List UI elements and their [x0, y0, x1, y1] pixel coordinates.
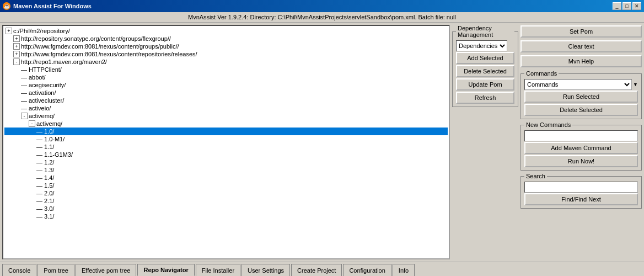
right-panel: Set Pom Clear text Mvn Help Commands Com… — [520, 25, 642, 259]
tree-item[interactable]: +http://www.fgmdev.com:8081/nexus/conten… — [4, 50, 448, 58]
commands-dropdown[interactable]: Commands — [524, 79, 632, 90]
tree-item[interactable]: —1.3/ — [4, 166, 448, 174]
tree-item[interactable]: +http://repository.sonatype.org/content/… — [4, 35, 448, 43]
tab-effective-pom-tree[interactable]: Effective pom tree — [76, 264, 136, 276]
tree-item-label: activecluster/ — [29, 97, 64, 104]
tree-spacer: — — [21, 89, 28, 96]
tree-item-label: activemq/ — [29, 113, 55, 119]
tab-console[interactable]: Console — [2, 264, 36, 276]
tree-item[interactable]: —1.2/ — [4, 158, 448, 166]
update-pom-button[interactable]: Update Pom — [456, 78, 514, 91]
tree-item-label: 1.0-M1/ — [44, 136, 65, 142]
tree-item[interactable]: —1.1-G1M3/ — [4, 151, 448, 158]
tree-item[interactable]: —1.1/ — [4, 143, 448, 151]
run-now-button[interactable]: Run Now! — [524, 155, 638, 167]
tree-item-label: activeio/ — [29, 105, 51, 112]
tree-item[interactable]: —3.1/ — [4, 213, 448, 220]
search-group: Search Find/Find Next — [520, 173, 642, 209]
tree-item-label: http://repo1.maven.org/maven2/ — [21, 59, 107, 65]
tab-create-project[interactable]: Create Project — [291, 264, 342, 276]
tree-item-label: 3.0/ — [44, 205, 54, 212]
clear-text-button[interactable]: Clear text — [520, 40, 642, 52]
tree-item[interactable]: +http://www.fgmdev.com:8081/nexus/conten… — [4, 43, 448, 50]
new-commands-group: New Commands Add Maven Command Run Now! — [520, 121, 642, 171]
window-title: Maven Assist For Windows — [13, 3, 92, 9]
delete-selected-button[interactable]: Delete Selected — [456, 65, 514, 77]
set-pom-button[interactable]: Set Pom — [520, 25, 642, 38]
tab-pom-tree[interactable]: Pom tree — [37, 264, 74, 276]
tree-item-label: 1.2/ — [44, 159, 54, 166]
tree-expander[interactable]: + — [13, 51, 20, 57]
tree-panel: +c:/Phil/m2/repository/+http://repositor… — [2, 25, 450, 259]
main-container: MvnAssist Ver 1.9.2.4: Directory: C:\Phi… — [0, 12, 644, 276]
tree-item-label: 1.4/ — [44, 174, 54, 181]
tree-spacer: — — [36, 174, 43, 181]
dependency-dropdown[interactable]: Dependencies — [456, 40, 507, 51]
tree-item[interactable]: —activation/ — [4, 89, 448, 97]
new-commands-input[interactable] — [524, 130, 638, 141]
tree-item-label: acegisecurity/ — [29, 82, 66, 88]
tree-item[interactable]: —activecluster/ — [4, 97, 448, 104]
delete-selected-cmd-button[interactable]: Delete Selected — [524, 104, 638, 116]
tree-area[interactable]: +c:/Phil/m2/repository/+http://repositor… — [3, 26, 449, 258]
tree-item[interactable]: —3.0/ — [4, 205, 448, 213]
tree-item[interactable]: —1.0/ — [4, 128, 448, 135]
run-selected-button[interactable]: Run Selected — [524, 91, 638, 103]
tree-item[interactable]: —1.4/ — [4, 174, 448, 182]
tab-configuration[interactable]: Configuration — [343, 264, 391, 276]
tree-expander[interactable]: + — [13, 35, 20, 42]
tree-expander[interactable]: - — [29, 120, 35, 127]
tree-item[interactable]: —HTTPClient/ — [4, 66, 448, 73]
search-label: Search — [524, 173, 547, 179]
tree-spacer: — — [21, 97, 28, 104]
tree-spacer: — — [21, 74, 28, 81]
tree-item[interactable]: —abbot/ — [4, 73, 448, 81]
tree-item-label: 1.3/ — [44, 167, 54, 173]
title-bar: ☕ Maven Assist For Windows _ □ ✕ — [0, 0, 644, 12]
tree-item[interactable]: —activeio/ — [4, 104, 448, 112]
tree-item-label: activation/ — [29, 89, 56, 96]
tree-item[interactable]: —2.1/ — [4, 197, 448, 205]
tree-item[interactable]: +c:/Phil/m2/repository/ — [4, 27, 448, 35]
tree-item-label: activemq/ — [36, 120, 62, 127]
tree-expander[interactable]: + — [13, 43, 20, 50]
maximize-button[interactable]: □ — [622, 2, 631, 10]
tree-item[interactable]: -activemq/ — [4, 112, 448, 120]
tree-item[interactable]: -activemq/ — [4, 120, 448, 128]
tree-item[interactable]: -http://repo1.maven.org/maven2/ — [4, 58, 448, 66]
tree-spacer: — — [21, 105, 28, 112]
tree-spacer: — — [21, 66, 28, 73]
search-input[interactable] — [524, 182, 638, 193]
dependency-management-label: Dependency Management — [456, 25, 514, 38]
tree-expander[interactable]: - — [13, 59, 20, 65]
tree-item[interactable]: —1.0-M1/ — [4, 135, 448, 143]
tab-info[interactable]: Info — [393, 264, 415, 276]
tree-item-label: 1.1/ — [44, 144, 54, 150]
commands-dropdown-arrow[interactable]: ▼ — [633, 82, 638, 87]
tab-bar: ConsolePom treeEffective pom treeRepo Na… — [0, 262, 644, 276]
tree-spacer: — — [36, 159, 43, 166]
find-next-button[interactable]: Find/Find Next — [524, 193, 638, 205]
tab-file-installer[interactable]: File Installer — [196, 264, 240, 276]
tree-item[interactable]: —acegisecurity/ — [4, 81, 448, 89]
tree-expander[interactable]: + — [6, 28, 12, 34]
tab-repo-navigator[interactable]: Repo Navigator — [137, 264, 194, 276]
status-text: MvnAssist Ver 1.9.2.4: Directory: C:\Phi… — [188, 14, 456, 20]
minimize-button[interactable]: _ — [613, 2, 621, 10]
tree-spacer: — — [36, 190, 43, 197]
tree-spacer: — — [36, 151, 43, 158]
tree-item[interactable]: —1.5/ — [4, 182, 448, 189]
tree-item-label: http://www.fgmdev.com:8081/nexus/content… — [21, 51, 197, 57]
tree-item[interactable]: —2.0/ — [4, 189, 448, 197]
add-selected-button[interactable]: Add Selected — [456, 52, 514, 64]
tree-spacer: — — [36, 182, 43, 189]
app-icon: ☕ — [3, 2, 10, 10]
tree-item-label: c:/Phil/m2/repository/ — [13, 28, 70, 34]
add-maven-command-button[interactable]: Add Maven Command — [524, 142, 638, 154]
tab-user-settings[interactable]: User Settings — [242, 264, 290, 276]
refresh-button[interactable]: Refresh — [456, 92, 514, 104]
close-button[interactable]: ✕ — [632, 2, 641, 10]
tree-expander[interactable]: - — [21, 113, 28, 119]
mvn-help-button[interactable]: Mvn Help — [520, 55, 642, 67]
tree-item-label: http://repository.sonatype.org/content/g… — [21, 35, 171, 42]
